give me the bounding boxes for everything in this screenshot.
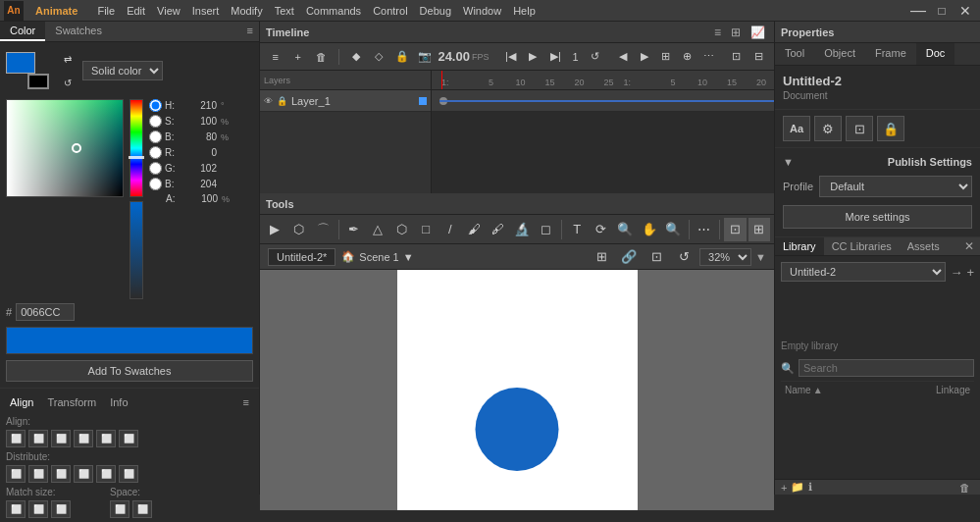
menu-view[interactable]: View [151,5,186,17]
tl-addlayer-btn[interactable]: + [288,47,307,67]
menu-edit[interactable]: Edit [121,5,151,17]
match-h-button[interactable]: ⬜ [28,500,48,518]
lib-sort-icon[interactable]: ▲ [813,385,823,395]
new-symbol-icon[interactable]: + [781,482,787,494]
layer-lock-icon[interactable]: 🔒 [277,96,287,106]
library-search-input[interactable] [799,359,974,377]
bright-radio[interactable] [149,130,162,143]
fill-swatch[interactable] [6,52,35,74]
eyedropper-btn[interactable]: 🔬 [511,218,534,241]
pencil-tool-btn[interactable]: / [439,218,462,241]
blue-radio[interactable] [149,178,162,190]
menu-text[interactable]: Text [269,5,300,17]
canvas[interactable] [397,270,638,510]
tab-frame[interactable]: Frame [865,43,916,65]
tl-options-btn[interactable]: ⊕ [678,47,697,67]
tl-lock-btn[interactable]: 🔒 [392,47,411,67]
library-name-select[interactable]: Untitled-2 [781,262,946,282]
dist-right-button[interactable]: ⬜ [51,465,71,483]
library-close-btn[interactable]: ✕ [962,237,976,255]
stage-area[interactable] [260,270,774,510]
add-to-swatches-button[interactable]: Add To Swatches [6,360,253,382]
subselection-tool-btn[interactable]: ⬡ [288,218,311,241]
tl-blank-btn[interactable]: ◇ [370,47,388,67]
tab-assets[interactable]: Assets [900,237,948,255]
hue-radio[interactable] [149,99,162,112]
stage-align-btn[interactable]: ⊞ [590,245,613,269]
space-h-button[interactable]: ⬜ [110,500,129,518]
align-right-button[interactable]: ⬜ [51,430,71,447]
color-type-select[interactable]: Solid color [82,61,163,80]
tl-keyframe-btn[interactable]: ◆ [347,47,366,67]
align-center-h-button[interactable]: ⬜ [28,430,48,447]
dist-left-button[interactable]: ⬜ [6,465,26,483]
layer-visibility-icon[interactable]: 👁 [264,96,273,106]
alpha-bar[interactable] [129,201,143,299]
red-radio[interactable] [149,146,162,159]
menu-debug[interactable]: Debug [414,5,457,17]
timeline-graph-btn[interactable]: 📈 [748,26,768,39]
scene-dropdown-icon[interactable]: ▼ [403,251,414,263]
prop-icon-settings[interactable]: ⚙ [814,116,842,141]
tab-cc-libraries[interactable]: CC Libraries [824,237,900,255]
menu-window[interactable]: Window [457,5,507,17]
magnify-btn[interactable]: 🔍 [614,218,637,241]
text-tool-btn[interactable]: T [566,218,589,241]
color-preview[interactable] [6,327,253,354]
stage-rotate-btn[interactable]: ↺ [672,245,696,269]
match-both-button[interactable]: ⬜ [51,500,71,518]
tl-camera-btn[interactable]: 📷 [415,47,434,67]
hand-btn[interactable]: ✋ [639,218,661,241]
tl-next-btn[interactable]: ▶ [635,47,654,67]
ink-bottle-btn[interactable]: 🖋 [488,218,510,241]
brush-tool-btn[interactable]: 🖌 [463,218,486,241]
tab-doc[interactable]: Doc [916,43,955,65]
tab-swatches[interactable]: Swatches [45,22,112,41]
tab-color[interactable]: Color [0,22,45,41]
stage-render-btn[interactable]: ⊡ [645,245,668,269]
selection-tool-btn[interactable]: ▶ [264,218,286,241]
tab-library[interactable]: Library [775,237,824,255]
menu-insert[interactable]: Insert [186,5,226,17]
timeline-layers-btn[interactable]: ≡ [711,26,724,39]
stroke-swatch[interactable] [27,74,49,89]
properties-icon[interactable]: ℹ [808,481,812,494]
tab-transform[interactable]: Transform [43,394,100,410]
minimize-button[interactable]: — [907,0,929,22]
layer-row-1[interactable]: 👁 🔒 Layer_1 [260,90,431,112]
reset-colors-btn[interactable]: ↺ [57,72,78,93]
dist-center-h-button[interactable]: ⬜ [28,465,48,483]
next-frame-btn[interactable]: ▶| [545,47,565,67]
paint-bucket-btn[interactable]: ⬡ [391,218,414,241]
stage-snap-btn[interactable]: 🔗 [617,245,641,269]
tl-expand-btn[interactable]: ⊡ [727,47,746,67]
fill-transform-btn[interactable]: ⟳ [591,218,613,241]
swap-colors-btn[interactable]: ⇄ [57,48,78,70]
tl-prev-btn[interactable]: ◀ [613,47,633,67]
snap-align-btn[interactable]: ⊞ [748,218,771,241]
hue-bar[interactable] [129,99,143,197]
close-button[interactable]: ✕ [954,0,976,22]
prop-icon-aa[interactable]: Aa [783,116,810,141]
menu-help[interactable]: Help [507,5,542,17]
hex-input[interactable] [16,303,75,321]
play-btn[interactable]: ▶ [523,47,542,67]
anchor-tool-btn[interactable]: △ [367,218,389,241]
maximize-button[interactable]: □ [931,0,953,22]
tl-collapse-btn[interactable]: ⊟ [749,47,768,67]
align-bottom-button[interactable]: ⬜ [119,430,138,447]
eraser-btn[interactable]: ◻ [536,218,558,241]
prop-icon-lock[interactable]: 🔒 [877,116,904,141]
align-panel-menu[interactable]: ≡ [239,394,253,410]
sat-radio[interactable] [149,115,162,128]
align-center-v-button[interactable]: ⬜ [96,430,116,447]
menu-modify[interactable]: Modify [225,5,268,17]
space-v-button[interactable]: ⬜ [132,500,152,518]
tab-align[interactable]: Align [6,394,37,410]
lasso-tool-btn[interactable]: ⌒ [312,218,335,241]
more-settings-button[interactable]: More settings [783,205,972,229]
pen-tool-btn[interactable]: ✒ [342,218,365,241]
green-radio[interactable] [149,162,162,175]
match-w-button[interactable]: ⬜ [6,500,26,518]
doc-tab[interactable]: Untitled-2* [268,248,335,266]
